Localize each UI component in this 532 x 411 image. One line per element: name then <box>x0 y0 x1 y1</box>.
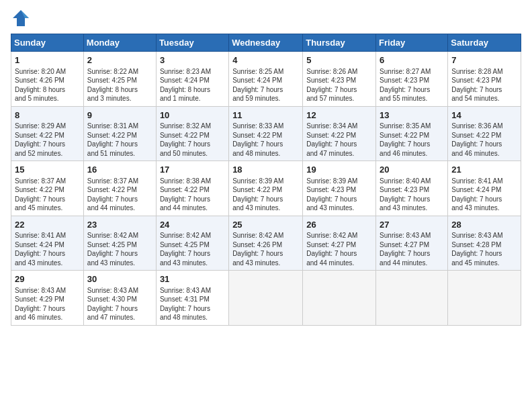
calendar-cell <box>303 271 376 326</box>
calendar-cell: 15Sunrise: 8:37 AM Sunset: 4:22 PM Dayli… <box>11 161 84 216</box>
day-info: Sunrise: 8:43 AM Sunset: 4:31 PM Dayligh… <box>160 287 211 322</box>
calendar-cell: 26Sunrise: 8:42 AM Sunset: 4:27 PM Dayli… <box>303 216 376 271</box>
day-info: Sunrise: 8:26 AM Sunset: 4:23 PM Dayligh… <box>306 68 357 103</box>
day-info: Sunrise: 8:38 AM Sunset: 4:22 PM Dayligh… <box>160 177 211 212</box>
day-info: Sunrise: 8:33 AM Sunset: 4:22 PM Dayligh… <box>232 122 283 157</box>
day-number: 8 <box>15 109 81 122</box>
day-number: 23 <box>87 219 153 231</box>
calendar-cell <box>376 271 448 326</box>
calendar-cell: 12Sunrise: 8:34 AM Sunset: 4:22 PM Dayli… <box>303 106 376 161</box>
header-cell-tuesday: Tuesday <box>156 34 228 52</box>
calendar-week-row: 29Sunrise: 8:43 AM Sunset: 4:29 PM Dayli… <box>11 271 521 326</box>
day-info: Sunrise: 8:35 AM Sunset: 4:22 PM Dayligh… <box>380 122 431 157</box>
logo <box>11 8 34 28</box>
day-number: 7 <box>451 54 518 66</box>
logo-icon <box>11 8 31 28</box>
calendar-table: SundayMondayTuesdayWednesdayThursdayFrid… <box>11 34 521 326</box>
day-number: 18 <box>232 164 300 176</box>
calendar-cell: 2Sunrise: 8:22 AM Sunset: 4:25 PM Daylig… <box>83 52 156 107</box>
day-number: 13 <box>380 109 445 122</box>
day-info: Sunrise: 8:43 AM Sunset: 4:30 PM Dayligh… <box>87 287 138 322</box>
day-info: Sunrise: 8:31 AM Sunset: 4:22 PM Dayligh… <box>87 122 138 157</box>
day-number: 16 <box>87 164 153 176</box>
day-number: 31 <box>160 273 226 285</box>
day-number: 29 <box>15 273 81 285</box>
calendar-header-row: SundayMondayTuesdayWednesdayThursdayFrid… <box>11 34 521 52</box>
day-info: Sunrise: 8:25 AM Sunset: 4:24 PM Dayligh… <box>232 68 283 103</box>
calendar-cell: 31Sunrise: 8:43 AM Sunset: 4:31 PM Dayli… <box>156 271 228 326</box>
calendar-cell: 3Sunrise: 8:23 AM Sunset: 4:24 PM Daylig… <box>156 52 228 107</box>
day-number: 19 <box>306 164 373 176</box>
day-info: Sunrise: 8:40 AM Sunset: 4:23 PM Dayligh… <box>380 177 431 212</box>
day-number: 11 <box>232 109 300 122</box>
calendar-week-row: 15Sunrise: 8:37 AM Sunset: 4:22 PM Dayli… <box>11 161 521 216</box>
calendar-week-row: 8Sunrise: 8:29 AM Sunset: 4:22 PM Daylig… <box>11 106 521 161</box>
day-number: 22 <box>15 219 81 231</box>
day-number: 26 <box>306 219 373 231</box>
header-cell-saturday: Saturday <box>448 34 521 52</box>
day-info: Sunrise: 8:32 AM Sunset: 4:22 PM Dayligh… <box>160 122 211 157</box>
day-info: Sunrise: 8:37 AM Sunset: 4:22 PM Dayligh… <box>87 177 138 212</box>
header-cell-thursday: Thursday <box>303 34 376 52</box>
day-number: 14 <box>451 109 518 122</box>
calendar-cell: 23Sunrise: 8:42 AM Sunset: 4:25 PM Dayli… <box>83 216 156 271</box>
day-info: Sunrise: 8:28 AM Sunset: 4:23 PM Dayligh… <box>451 68 502 103</box>
day-info: Sunrise: 8:23 AM Sunset: 4:24 PM Dayligh… <box>160 68 211 103</box>
calendar-cell: 5Sunrise: 8:26 AM Sunset: 4:23 PM Daylig… <box>303 52 376 107</box>
page: SundayMondayTuesdayWednesdayThursdayFrid… <box>0 0 532 411</box>
calendar-cell: 25Sunrise: 8:42 AM Sunset: 4:26 PM Dayli… <box>229 216 303 271</box>
day-info: Sunrise: 8:27 AM Sunset: 4:23 PM Dayligh… <box>380 68 431 103</box>
calendar-cell <box>229 271 303 326</box>
calendar-cell: 4Sunrise: 8:25 AM Sunset: 4:24 PM Daylig… <box>229 52 303 107</box>
calendar-cell: 11Sunrise: 8:33 AM Sunset: 4:22 PM Dayli… <box>229 106 303 161</box>
day-number: 9 <box>87 109 153 122</box>
calendar-week-row: 22Sunrise: 8:41 AM Sunset: 4:24 PM Dayli… <box>11 216 521 271</box>
day-info: Sunrise: 8:36 AM Sunset: 4:22 PM Dayligh… <box>451 122 502 157</box>
day-number: 15 <box>15 164 81 176</box>
header-cell-sunday: Sunday <box>11 34 84 52</box>
calendar-cell: 22Sunrise: 8:41 AM Sunset: 4:24 PM Dayli… <box>11 216 84 271</box>
day-number: 1 <box>15 54 81 66</box>
calendar-cell: 20Sunrise: 8:40 AM Sunset: 4:23 PM Dayli… <box>376 161 448 216</box>
day-number: 12 <box>306 109 373 122</box>
calendar-cell: 9Sunrise: 8:31 AM Sunset: 4:22 PM Daylig… <box>83 106 156 161</box>
day-number: 2 <box>87 54 153 66</box>
day-info: Sunrise: 8:39 AM Sunset: 4:22 PM Dayligh… <box>232 177 283 212</box>
day-info: Sunrise: 8:22 AM Sunset: 4:25 PM Dayligh… <box>87 68 138 103</box>
calendar-cell: 7Sunrise: 8:28 AM Sunset: 4:23 PM Daylig… <box>448 52 521 107</box>
day-number: 25 <box>232 219 300 231</box>
day-info: Sunrise: 8:42 AM Sunset: 4:26 PM Dayligh… <box>232 232 283 267</box>
calendar-cell: 17Sunrise: 8:38 AM Sunset: 4:22 PM Dayli… <box>156 161 228 216</box>
day-info: Sunrise: 8:29 AM Sunset: 4:22 PM Dayligh… <box>15 122 66 157</box>
calendar-cell: 16Sunrise: 8:37 AM Sunset: 4:22 PM Dayli… <box>83 161 156 216</box>
calendar-cell: 8Sunrise: 8:29 AM Sunset: 4:22 PM Daylig… <box>11 106 84 161</box>
calendar-cell: 18Sunrise: 8:39 AM Sunset: 4:22 PM Dayli… <box>229 161 303 216</box>
calendar-cell: 28Sunrise: 8:43 AM Sunset: 4:28 PM Dayli… <box>448 216 521 271</box>
calendar-cell: 13Sunrise: 8:35 AM Sunset: 4:22 PM Dayli… <box>376 106 448 161</box>
day-info: Sunrise: 8:39 AM Sunset: 4:23 PM Dayligh… <box>306 177 357 212</box>
calendar-week-row: 1Sunrise: 8:20 AM Sunset: 4:26 PM Daylig… <box>11 52 521 107</box>
calendar-cell: 1Sunrise: 8:20 AM Sunset: 4:26 PM Daylig… <box>11 52 84 107</box>
header <box>11 8 521 28</box>
day-info: Sunrise: 8:42 AM Sunset: 4:25 PM Dayligh… <box>87 232 138 267</box>
calendar-cell: 27Sunrise: 8:43 AM Sunset: 4:27 PM Dayli… <box>376 216 448 271</box>
day-number: 4 <box>232 54 300 66</box>
header-cell-friday: Friday <box>376 34 448 52</box>
day-info: Sunrise: 8:34 AM Sunset: 4:22 PM Dayligh… <box>306 122 357 157</box>
day-info: Sunrise: 8:20 AM Sunset: 4:26 PM Dayligh… <box>15 68 66 103</box>
header-cell-wednesday: Wednesday <box>229 34 303 52</box>
day-info: Sunrise: 8:43 AM Sunset: 4:27 PM Dayligh… <box>380 232 431 267</box>
calendar-cell: 6Sunrise: 8:27 AM Sunset: 4:23 PM Daylig… <box>376 52 448 107</box>
day-info: Sunrise: 8:41 AM Sunset: 4:24 PM Dayligh… <box>451 177 502 212</box>
day-number: 6 <box>380 54 445 66</box>
day-number: 17 <box>160 164 226 176</box>
day-number: 28 <box>451 219 518 231</box>
calendar-cell: 14Sunrise: 8:36 AM Sunset: 4:22 PM Dayli… <box>448 106 521 161</box>
day-number: 5 <box>306 54 373 66</box>
day-number: 24 <box>160 219 226 231</box>
calendar-cell: 30Sunrise: 8:43 AM Sunset: 4:30 PM Dayli… <box>83 271 156 326</box>
day-info: Sunrise: 8:37 AM Sunset: 4:22 PM Dayligh… <box>15 177 66 212</box>
calendar-cell: 29Sunrise: 8:43 AM Sunset: 4:29 PM Dayli… <box>11 271 84 326</box>
day-info: Sunrise: 8:42 AM Sunset: 4:25 PM Dayligh… <box>160 232 211 267</box>
header-cell-monday: Monday <box>83 34 156 52</box>
